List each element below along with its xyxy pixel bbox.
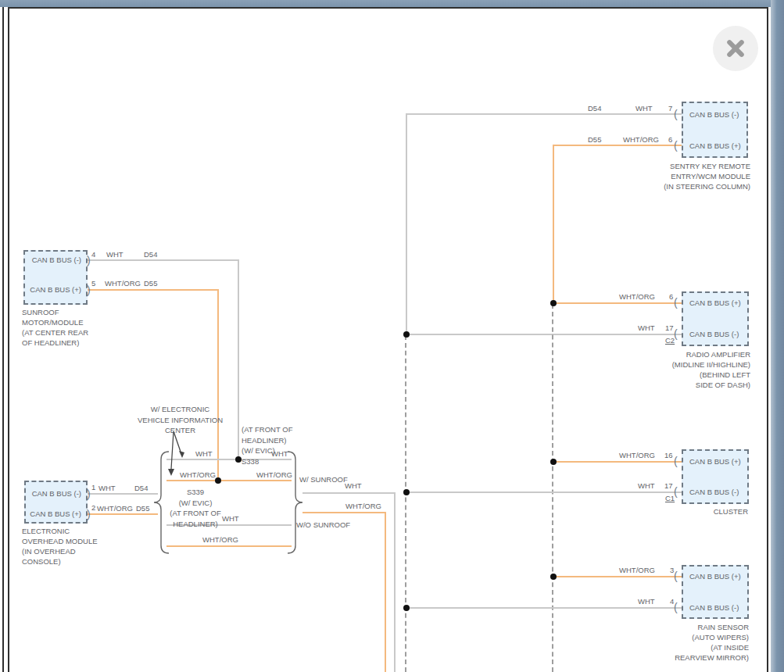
circuit-label: D55 xyxy=(144,280,157,288)
circuit-label: D54 xyxy=(588,105,601,113)
wire-color-label: WHT xyxy=(106,251,124,259)
wire-color-label: WHT/ORG xyxy=(97,505,133,513)
pin-label: CAN B BUS (-) xyxy=(689,488,739,496)
note-s338: (AT FRONT OF HEADLINER) (W/ EVIC) S338 xyxy=(242,424,292,466)
evic-arrow-2 xyxy=(171,431,174,469)
pin-label: CAN B BUS (+) xyxy=(689,298,741,307)
pin-connector-icon: ( xyxy=(674,456,678,466)
wire-color-label: WHT xyxy=(222,515,239,523)
pin-label: CAN B BUS (+) xyxy=(14,509,81,518)
pin-number: 17 xyxy=(664,481,673,490)
pin-label: CAN B BUS (+) xyxy=(689,141,741,150)
wire-color-label: WHT/ORG xyxy=(105,280,141,288)
wire-color-label: WHT/ORG xyxy=(180,471,216,479)
pin-connector-icon: ) xyxy=(87,488,91,499)
circuit-label: D54 xyxy=(134,484,148,492)
wire-color-label: WHT/ORG xyxy=(619,452,655,459)
pin-connector-icon: ) xyxy=(87,284,91,295)
pin-connector-icon: ( xyxy=(674,602,678,613)
pin-label: CAN B BUS (+) xyxy=(14,285,81,294)
pin-label: CAN B BUS (+) xyxy=(689,572,741,581)
module-caption-sentry-key: SENTRY KEY REMOTE ENTRY/WCM MODULE (IN S… xyxy=(633,161,750,191)
evic-arrowhead-1 xyxy=(179,451,184,458)
right-brace xyxy=(288,452,303,553)
pin-connector-icon: ( xyxy=(674,570,678,581)
wire-color-label: WHT xyxy=(271,450,288,458)
pin-number: 7 xyxy=(668,104,672,113)
wire-color-label: WHT/ORG xyxy=(256,471,292,479)
pin-number: 17 xyxy=(665,323,674,332)
pin-number: 4 xyxy=(91,250,95,259)
wire-color-label: WHT xyxy=(638,324,655,332)
wire-color-label: WHT xyxy=(345,482,362,490)
wire-color-label: WHT/ORG xyxy=(202,536,238,544)
wire-color-label: WHT xyxy=(98,484,116,492)
module-caption-cluster: CLUSTER xyxy=(633,506,748,517)
module-caption-radio-amplifier: RADIO AMPLIFIER (MIDLINE II/HIGHLINE) (B… xyxy=(633,349,750,390)
pin-number: 6 xyxy=(669,292,673,301)
branch-label-without-sunroof: W/O SUNROOF xyxy=(296,521,350,529)
pin-number: 6 xyxy=(668,135,672,144)
module-caption-overhead: ELECTRONIC OVERHEAD MODULE (IN OVERHEAD … xyxy=(22,526,131,567)
pin-number: 1 xyxy=(91,483,95,491)
wire-color-label: WHT xyxy=(638,482,655,490)
note-s339: S339 (W/ EVIC) (AT FRONT OF HEADLINER) xyxy=(164,487,227,529)
pin-label: CAN B BUS (+) xyxy=(689,457,741,466)
connector-label: C2 xyxy=(665,336,675,345)
pin-label: CAN B BUS (-) xyxy=(14,256,81,264)
connector-label: C1 xyxy=(665,494,675,502)
wire-color-label: WHT xyxy=(195,450,213,458)
pin-connector-icon: ) xyxy=(87,509,91,520)
pin-number: 16 xyxy=(664,451,673,459)
pin-connector-icon: ( xyxy=(674,140,678,151)
note-evic: W/ ELECTRONIC VEHICLE INFORMATION CENTER xyxy=(131,404,229,436)
pin-number: 5 xyxy=(91,279,95,288)
wire-color-label: WHT/ORG xyxy=(623,136,659,144)
circuit-label: D54 xyxy=(144,251,157,259)
wire-color-label: WHT xyxy=(638,598,655,606)
pin-label: CAN B BUS (-) xyxy=(14,489,81,498)
pin-number: 4 xyxy=(670,597,674,606)
wire-color-label: WHT/ORG xyxy=(619,567,655,574)
circuit-label: D55 xyxy=(588,136,601,144)
pin-number: 3 xyxy=(670,566,674,574)
module-caption-rain-sensor: RAIN SENSOR (AUTO WIPERS) (AT INSIDE REA… xyxy=(633,622,749,663)
evic-arrowhead-2 xyxy=(168,469,174,476)
pin-label: CAN B BUS (-) xyxy=(689,110,739,119)
pin-connector-icon: ) xyxy=(87,255,91,266)
module-caption-sunroof: SUNROOF MOTOR/MODULE (AT CENTER REAR OF … xyxy=(22,307,131,348)
wire-color-label: WHT xyxy=(635,105,653,113)
pin-connector-icon: ( xyxy=(674,297,678,308)
pin-label: CAN B BUS (-) xyxy=(689,603,739,612)
close-button[interactable] xyxy=(713,26,758,71)
wiring-diagram-viewer: CAN B BUS (-) CAN B BUS (+) ) ) 4 5 WHT … xyxy=(0,0,784,672)
wire-color-label: WHT/ORG xyxy=(619,293,655,301)
pin-connector-icon: ( xyxy=(674,109,678,120)
pin-label: CAN B BUS (-) xyxy=(689,330,739,338)
wire-color-label: WHT/ORG xyxy=(345,502,381,510)
branch-label-with-sunroof: W/ SUNROOF xyxy=(299,476,348,484)
circuit-label: D55 xyxy=(136,505,149,513)
pin-number: 2 xyxy=(91,503,95,512)
